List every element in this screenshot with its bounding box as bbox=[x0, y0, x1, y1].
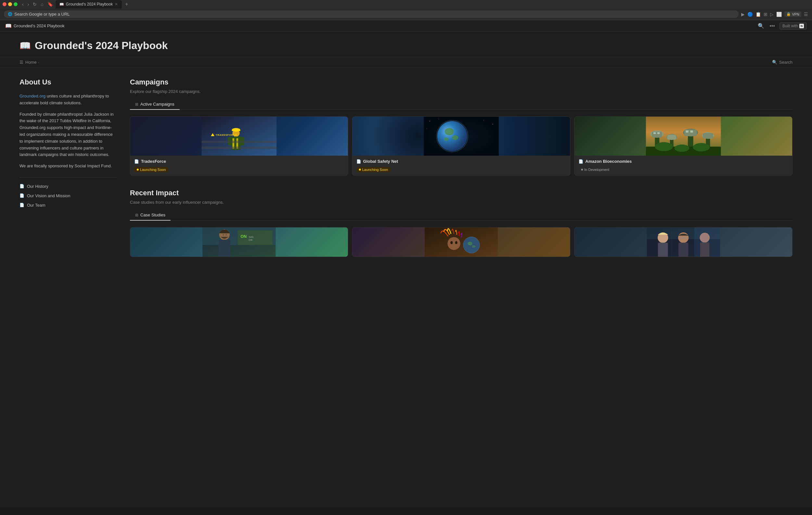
about-section: About Us Grounded.org unites culture and… bbox=[20, 78, 117, 257]
campaigns-tab-nav: ⊞ Active Campaigns bbox=[130, 99, 792, 110]
address-bar-row: 🌐 Search Google or type a URL ▶ 🔵 📋 ⊞ ▷ … bbox=[0, 8, 812, 20]
case-studies-tab[interactable]: ⊞ Case Studies bbox=[130, 210, 171, 221]
svg-rect-10 bbox=[202, 146, 277, 149]
tab-close-button[interactable]: ✕ bbox=[115, 2, 118, 6]
svg-rect-68 bbox=[658, 243, 668, 257]
svg-point-46 bbox=[693, 143, 710, 151]
impact-card-2[interactable] bbox=[352, 227, 570, 257]
card-body-gsn: 📄 Global Safety Net Launching Soon bbox=[352, 155, 570, 175]
browser-actions: ▶ 🔵 📋 ⊞ ▷ ⬜ 🔒 VPN ☰ bbox=[741, 11, 808, 17]
tab-bar: ‹ › ↻ ⌂ 🔖 📖 Grounded's 2024 Playbook ✕ + bbox=[0, 0, 812, 8]
breadcrumb-icon: ☰ bbox=[20, 60, 23, 65]
svg-text:DIE: DIE bbox=[249, 238, 253, 241]
impact-svg-3 bbox=[575, 227, 792, 257]
svg-point-58 bbox=[447, 237, 461, 250]
svg-point-64 bbox=[472, 245, 475, 248]
app-header: 📖 Grounded's 2024 Playbook 🔍 ••• Built w… bbox=[0, 20, 812, 32]
svg-rect-55 bbox=[226, 234, 227, 235]
extension-icon-5[interactable]: ▷ bbox=[770, 12, 774, 17]
card-body-amazon: 📄 Amazon Bioeconomies In Development bbox=[575, 155, 792, 175]
back-button[interactable]: ‹ bbox=[21, 1, 25, 7]
about-title: About Us bbox=[20, 78, 117, 86]
sub-page-label-vision-mission: Our Vision and Mission bbox=[27, 193, 70, 198]
svg-rect-54 bbox=[223, 234, 224, 235]
more-options-button[interactable]: ••• bbox=[769, 22, 776, 30]
extension-icon-2[interactable]: 🔵 bbox=[747, 12, 753, 17]
svg-rect-78 bbox=[694, 227, 720, 257]
svg-text:SAN: SAN bbox=[249, 235, 254, 238]
minimize-window-button[interactable] bbox=[8, 2, 12, 6]
search-globe-icon: 🌐 bbox=[8, 12, 12, 16]
about-paragraph-3: We are fiscally sponsored by Social Impa… bbox=[20, 163, 117, 170]
svg-text:TRADESFORCE: TRADESFORCE bbox=[216, 134, 237, 137]
card-title-row-tradesforce: 📄 TradesForce bbox=[134, 159, 344, 164]
extension-icon-6[interactable]: ⬜ bbox=[776, 12, 782, 17]
svg-rect-34 bbox=[658, 132, 660, 134]
svg-rect-39 bbox=[686, 130, 688, 132]
breadcrumb-search-icon: 🔍 bbox=[772, 60, 777, 65]
refresh-button[interactable]: ↻ bbox=[31, 1, 38, 7]
grounded-link[interactable]: Grounded.org bbox=[20, 93, 46, 98]
svg-point-20 bbox=[437, 121, 467, 151]
card-title-row-amazon: 📄 Amazon Bioeconomies bbox=[578, 159, 788, 164]
tradesforce-svg: TRADESFORCE bbox=[130, 117, 348, 155]
sub-page-vision-mission[interactable]: 📄 Our Vision and Mission bbox=[20, 192, 117, 199]
svg-rect-56 bbox=[219, 240, 230, 257]
campaign-image-amazon bbox=[575, 117, 792, 155]
sub-page-doc-icon-1: 📄 bbox=[20, 184, 24, 189]
sub-page-doc-icon-3: 📄 bbox=[20, 203, 24, 207]
impact-title: Recent Impact bbox=[130, 189, 792, 197]
svg-point-44 bbox=[655, 142, 673, 151]
built-with-badge: Built with N bbox=[780, 22, 807, 30]
card-doc-icon-gsn: 📄 bbox=[356, 159, 361, 164]
new-tab-button[interactable]: + bbox=[123, 1, 130, 7]
sub-page-label-our-team: Our Team bbox=[27, 203, 46, 208]
about-paragraph-1: Grounded.org unites culture and philanth… bbox=[20, 93, 117, 107]
svg-point-15 bbox=[438, 119, 439, 119]
svg-rect-42 bbox=[703, 133, 713, 139]
svg-point-63 bbox=[468, 242, 472, 245]
svg-point-60 bbox=[455, 241, 457, 244]
page-title: 📖 Grounded's 2024 Playbook bbox=[20, 40, 168, 52]
svg-point-45 bbox=[674, 145, 689, 152]
forward-button[interactable]: › bbox=[26, 1, 31, 7]
browser-chrome: ‹ › ↻ ⌂ 🔖 📖 Grounded's 2024 Playbook ✕ +… bbox=[0, 0, 812, 20]
extension-icon-4[interactable]: ⊞ bbox=[763, 12, 767, 17]
vpn-badge[interactable]: 🔒 VPN bbox=[784, 11, 801, 17]
breadcrumb-search[interactable]: 🔍 Search bbox=[772, 60, 792, 65]
app-header-right: 🔍 ••• Built with N bbox=[757, 22, 807, 30]
menu-icon[interactable]: ☰ bbox=[804, 12, 808, 17]
active-campaigns-tab[interactable]: ⊞ Active Campaigns bbox=[130, 99, 180, 110]
page-title-text: Grounded's 2024 Playbook bbox=[35, 40, 168, 52]
sub-pages-list: 📄 Our History 📄 Our Vision and Mission 📄… bbox=[20, 177, 117, 209]
impact-card-3[interactable] bbox=[574, 227, 792, 257]
about-paragraph-2: Founded by climate philanthropist Julia … bbox=[20, 111, 117, 159]
campaigns-subtitle: Explore our flagship 2024 campaigns. bbox=[130, 89, 792, 94]
breadcrumb-home[interactable]: Home › bbox=[25, 60, 39, 65]
search-header-button[interactable]: 🔍 bbox=[757, 22, 765, 30]
campaign-image-gsn bbox=[352, 117, 570, 155]
status-badge-tradesforce: Launching Soon bbox=[134, 167, 169, 172]
maximize-window-button[interactable] bbox=[13, 2, 18, 6]
campaign-card-amazon[interactable]: 📄 Amazon Bioeconomies In Development bbox=[574, 116, 792, 176]
svg-rect-73 bbox=[678, 243, 689, 257]
address-bar[interactable]: 🌐 Search Google or type a URL bbox=[4, 10, 738, 18]
sub-page-our-team[interactable]: 📄 Our Team bbox=[20, 202, 117, 209]
impact-card-1[interactable]: ON SAN DIE bbox=[130, 227, 348, 257]
close-window-button[interactable] bbox=[3, 2, 6, 6]
bookmark-button[interactable]: 🔖 bbox=[46, 1, 54, 7]
status-badge-amazon: In Development bbox=[578, 167, 612, 172]
extension-icon-1[interactable]: ▶ bbox=[741, 12, 745, 17]
campaign-card-gsn[interactable]: 📄 Global Safety Net Launching Soon bbox=[352, 116, 570, 176]
sub-page-label-our-history: Our History bbox=[27, 184, 49, 189]
impact-subtitle: Case studies from our early influencer c… bbox=[130, 200, 792, 205]
sub-page-doc-icon-2: 📄 bbox=[20, 193, 24, 198]
campaigns-section: Campaigns Explore our flagship 2024 camp… bbox=[130, 78, 792, 257]
home-button[interactable]: ⌂ bbox=[39, 1, 45, 7]
campaign-card-tradesforce[interactable]: TRADESFORCE 📄 TradesForce Launching Soon bbox=[130, 116, 348, 176]
active-tab[interactable]: 📖 Grounded's 2024 Playbook ✕ bbox=[56, 0, 122, 8]
sub-page-our-history[interactable]: 📄 Our History bbox=[20, 183, 117, 190]
card-doc-icon-amazon: 📄 bbox=[578, 159, 583, 164]
svg-rect-57 bbox=[425, 227, 498, 257]
extension-icon-3[interactable]: 📋 bbox=[755, 12, 761, 17]
